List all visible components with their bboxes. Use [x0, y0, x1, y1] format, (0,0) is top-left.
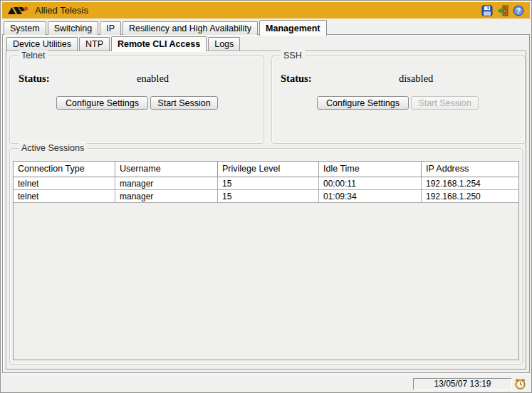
telnet-status-value: enabled	[137, 73, 169, 85]
tab-remote-cli-access-label: Remote CLI Access	[118, 39, 200, 49]
telnet-group: Telnet Status: enabled Configure Setting…	[9, 56, 264, 144]
cell-idle-time: 01:09:34	[319, 190, 422, 202]
tab-resiliency-label: Resiliency and High Availability	[129, 23, 251, 33]
tab-remote-cli-access[interactable]: Remote CLI Access	[111, 36, 207, 51]
svg-text:?: ?	[516, 6, 520, 14]
active-sessions-table: Connection Type Username Privilege Level…	[13, 161, 519, 360]
cell-connection-type: telnet	[14, 177, 115, 189]
main-tab-bar: System Switching IP Resiliency and High …	[4, 20, 327, 35]
ssh-start-session-button[interactable]: Start Session	[411, 96, 479, 110]
column-header-ip-address[interactable]: IP Address	[422, 162, 518, 177]
active-sessions-group-title: Active Sessions	[19, 143, 87, 154]
title-bar: Allied Telesis	[2, 2, 530, 19]
sub-tab-bar: Device Utilities NTP Remote CLI Access L…	[6, 36, 240, 51]
tab-device-utilities-label: Device Utilities	[13, 39, 71, 49]
table-row[interactable]: telnet manager 15 00:00:11 192.168.1.254	[14, 177, 518, 190]
cell-ip-address: 192.168.1.254	[422, 177, 518, 189]
cell-idle-time: 00:00:11	[319, 177, 422, 189]
column-header-username[interactable]: Username	[115, 162, 218, 177]
logout-icon[interactable]	[496, 4, 508, 16]
tab-switching-label: Switching	[54, 23, 93, 33]
ssh-group-title: SSH	[281, 51, 305, 61]
cell-connection-type: telnet	[14, 190, 115, 202]
telnet-status-label: Status:	[19, 73, 50, 85]
active-sessions-group: Active Sessions Connection Type Username…	[9, 148, 523, 365]
cell-privilege-level: 15	[218, 190, 319, 202]
ssh-status-label: Status:	[281, 73, 312, 85]
tab-management[interactable]: Management	[259, 20, 326, 36]
tab-ntp[interactable]: NTP	[79, 37, 110, 51]
ssh-configure-settings-button[interactable]: Configure Settings	[317, 96, 409, 110]
tab-device-utilities[interactable]: Device Utilities	[6, 37, 78, 51]
status-bar: 13/05/07 13:19	[1, 374, 531, 392]
allied-telesis-logo-icon	[8, 6, 29, 16]
column-header-connection-type[interactable]: Connection Type	[14, 162, 115, 177]
column-header-privilege-level[interactable]: Privilege Level	[218, 162, 319, 177]
tab-system-label: System	[10, 23, 40, 33]
telnet-start-session-button[interactable]: Start Session	[150, 96, 218, 110]
tab-resiliency[interactable]: Resiliency and High Availability	[122, 21, 258, 35]
application-window: Allied Telesis	[0, 0, 532, 393]
window-title: Allied Telesis	[35, 5, 88, 16]
clock-icon[interactable]	[514, 378, 526, 390]
remote-cli-access-panel: Telnet Status: enabled Configure Setting…	[6, 51, 526, 370]
tab-ip[interactable]: IP	[100, 21, 121, 35]
telnet-configure-settings-button[interactable]: Configure Settings	[56, 96, 148, 110]
cell-username: manager	[115, 177, 218, 189]
help-icon[interactable]: ?	[512, 4, 524, 16]
cell-username: manager	[115, 190, 218, 202]
telnet-group-title: Telnet	[19, 51, 48, 61]
tab-switching[interactable]: Switching	[48, 21, 99, 35]
management-panel: Device Utilities NTP Remote CLI Access L…	[2, 34, 530, 373]
cell-ip-address: 192.168.1.250	[422, 190, 518, 202]
table-row[interactable]: telnet manager 15 01:09:34 192.168.1.250	[14, 190, 518, 203]
save-icon[interactable]	[481, 4, 493, 16]
tab-ntp-label: NTP	[85, 39, 103, 49]
tab-system[interactable]: System	[4, 21, 46, 35]
ssh-status-value: disabled	[399, 73, 433, 85]
cell-privilege-level: 15	[218, 177, 319, 189]
titlebar-actions: ?	[481, 4, 524, 16]
tab-ip-label: IP	[106, 23, 115, 33]
table-header-row: Connection Type Username Privilege Level…	[14, 162, 518, 177]
ssh-group: SSH Status: disabled Configure Settings …	[271, 56, 526, 144]
tab-logs[interactable]: Logs	[208, 37, 240, 51]
datetime-display: 13/05/07 13:19	[413, 378, 512, 390]
column-header-idle-time[interactable]: Idle Time	[319, 162, 422, 177]
tab-logs-label: Logs	[214, 39, 234, 49]
tab-management-label: Management	[266, 23, 320, 33]
